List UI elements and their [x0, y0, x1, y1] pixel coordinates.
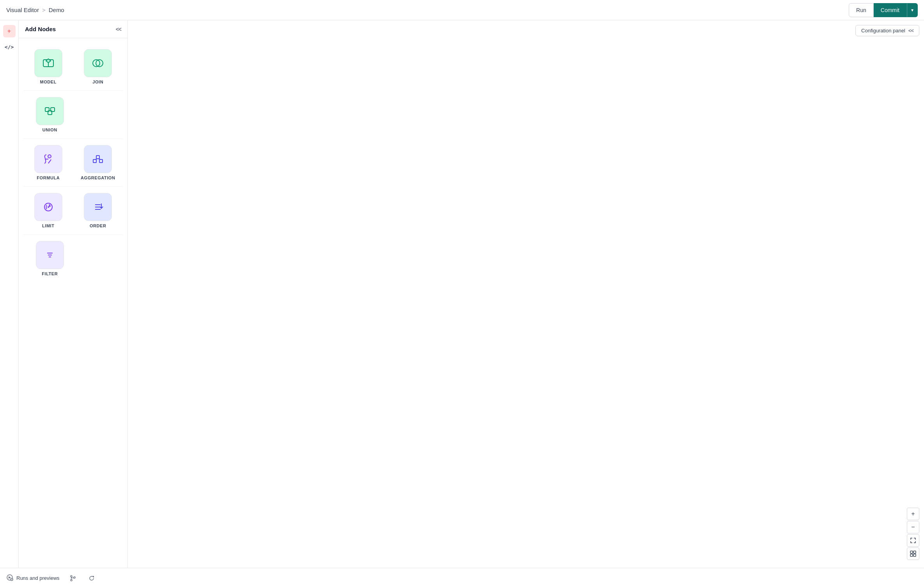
order-icon [91, 200, 104, 214]
refresh-icon-btn[interactable] [86, 573, 97, 584]
limit-label: LIMIT [42, 223, 54, 228]
runs-and-previews-tab[interactable]: Runs and previews [6, 572, 60, 584]
refresh-icon [89, 575, 95, 581]
canvas-area[interactable]: Configuration panel << + − [128, 20, 924, 568]
model-icon-box [34, 49, 62, 77]
node-union[interactable]: UNION [23, 94, 76, 135]
node-order[interactable]: ORDER [73, 190, 123, 231]
svg-point-16 [49, 204, 50, 206]
plus-icon: + [7, 28, 11, 35]
svg-rect-10 [93, 159, 96, 163]
svg-point-33 [71, 576, 72, 577]
node-join[interactable]: JOIN [73, 46, 123, 87]
join-icon [91, 57, 104, 70]
grid-icon [910, 551, 916, 557]
node-filter[interactable]: FILTER [23, 238, 76, 279]
breadcrumb-separator: > [42, 7, 46, 13]
app-header: Visual Editor > Demo Run Commit ▾ [0, 0, 924, 20]
nodes-row-4: LIMIT ORDER [23, 187, 123, 235]
svg-line-13 [95, 159, 98, 159]
zoom-in-button[interactable]: + [907, 508, 919, 520]
aggregation-icon-box [84, 145, 112, 173]
run-button[interactable]: Run [849, 3, 874, 17]
join-icon-box [84, 49, 112, 77]
zoom-fit-button[interactable] [907, 534, 919, 547]
code-icon: </> [5, 44, 14, 50]
order-label: ORDER [90, 223, 106, 228]
breadcrumb-page: Demo [49, 7, 64, 13]
node-limit[interactable]: LIMIT [23, 190, 73, 231]
model-label: MODEL [40, 80, 57, 84]
union-icon-box [36, 97, 64, 125]
chevron-down-icon: ▾ [911, 7, 913, 13]
code-view-icon-btn[interactable]: </> [3, 41, 16, 53]
config-panel-collapse-icon: << [908, 28, 913, 34]
aggregation-label: AGGREGATION [81, 175, 115, 180]
filter-label: FILTER [42, 271, 58, 276]
nodes-panel-header: Add Nodes << [19, 20, 127, 38]
bottom-bar: Runs and previews [0, 568, 924, 588]
fit-icon [910, 537, 916, 544]
main-content: + </> Add Nodes << [0, 20, 924, 568]
nodes-panel: Add Nodes << MODEL [19, 20, 128, 568]
aggregation-icon [91, 152, 104, 166]
formula-icon [42, 152, 55, 166]
runs-icon [6, 574, 13, 583]
svg-point-34 [71, 579, 72, 581]
zoom-controls: + − [907, 508, 919, 560]
svg-rect-27 [910, 554, 913, 556]
nodes-row-5: FILTER [23, 235, 123, 282]
node-aggregation[interactable]: AGGREGATION [73, 142, 123, 183]
model-icon [42, 57, 55, 70]
nodes-row-3: FORMULA AGGREGATION [23, 139, 123, 187]
svg-rect-28 [913, 554, 916, 556]
header-left: Visual Editor > Demo [6, 7, 64, 13]
formula-icon-box [34, 145, 62, 173]
zoom-out-button[interactable]: − [907, 521, 919, 533]
join-label: JOIN [92, 80, 103, 84]
svg-point-18 [48, 206, 49, 208]
commit-dropdown-button[interactable]: ▾ [907, 3, 918, 17]
breadcrumb-app[interactable]: Visual Editor [6, 7, 39, 13]
order-icon-box [84, 193, 112, 221]
svg-point-9 [48, 155, 51, 158]
left-icon-bar: + </> [0, 20, 19, 568]
node-model[interactable]: MODEL [23, 46, 73, 87]
svg-rect-25 [910, 551, 913, 553]
union-icon [43, 104, 57, 118]
branch-icon [70, 575, 76, 581]
svg-rect-26 [913, 551, 916, 553]
formula-label: FORMULA [37, 175, 60, 180]
nodes-row-1: MODEL JOIN [23, 43, 123, 91]
runs-svg-icon [6, 574, 13, 581]
nodes-panel-collapse-button[interactable]: << [116, 26, 121, 32]
svg-line-14 [98, 159, 101, 159]
config-panel-label: Configuration panel [861, 28, 905, 34]
commit-button[interactable]: Commit [874, 3, 907, 17]
nodes-row-2: UNION [23, 91, 123, 139]
filter-icon-box [36, 241, 64, 269]
runs-and-previews-label: Runs and previews [16, 575, 60, 581]
limit-icon-box [34, 193, 62, 221]
header-actions: Run Commit ▾ [849, 3, 918, 17]
nodes-panel-title: Add Nodes [25, 26, 56, 32]
union-label: UNION [42, 128, 57, 132]
nodes-grid: MODEL JOIN [19, 38, 127, 287]
node-formula[interactable]: FORMULA [23, 142, 73, 183]
zoom-grid-button[interactable] [907, 547, 919, 560]
filter-icon [43, 248, 57, 262]
branch-icon-btn[interactable] [67, 573, 78, 584]
limit-icon [42, 200, 55, 214]
svg-rect-12 [96, 156, 99, 159]
config-panel-button[interactable]: Configuration panel << [855, 25, 919, 36]
svg-rect-11 [99, 159, 103, 163]
add-node-icon-btn[interactable]: + [3, 25, 16, 37]
